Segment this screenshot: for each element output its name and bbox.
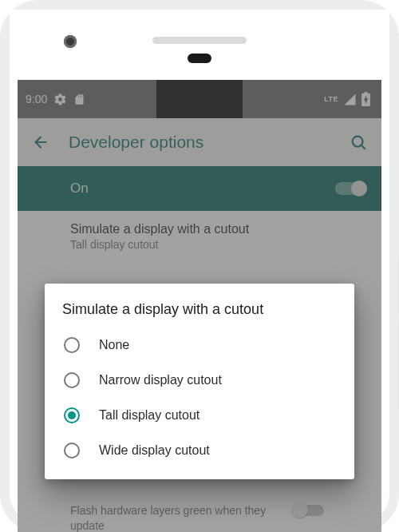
front-camera — [64, 35, 77, 48]
dialog-option-label: Narrow display cutout — [99, 373, 222, 387]
phone-bezel-top — [10, 10, 389, 72]
dialog-option[interactable]: Wide display cutout — [62, 433, 337, 468]
radio-icon — [64, 407, 80, 423]
dialog-option-label: Wide display cutout — [99, 443, 210, 458]
dialog-option-label: None — [99, 338, 129, 352]
device-screen: 9:00 LTE D — [18, 80, 381, 532]
radio-icon — [64, 372, 80, 388]
dialog-option[interactable]: Narrow display cutout — [62, 363, 337, 398]
phone-frame: 9:00 LTE D — [0, 0, 399, 532]
cutout-dialog: Simulate a display with a cutout NoneNar… — [45, 284, 354, 479]
radio-icon — [64, 443, 80, 459]
dialog-option[interactable]: None — [62, 328, 337, 363]
dialog-option[interactable]: Tall display cutout — [62, 398, 337, 433]
dialog-option-label: Tall display cutout — [99, 408, 200, 423]
radio-icon — [64, 337, 80, 353]
earpiece-speaker — [152, 37, 247, 44]
proximity-sensor — [188, 54, 211, 63]
dialog-title: Simulate a display with a cutout — [62, 301, 337, 318]
